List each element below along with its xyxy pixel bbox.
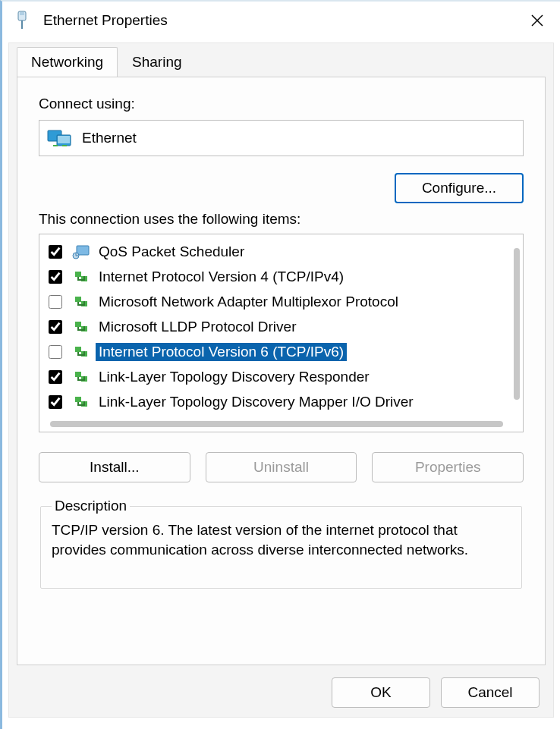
description-text: TCP/IP version 6. The latest version of … [52, 520, 511, 559]
adapter-name: Ethernet [82, 130, 137, 146]
items-row[interactable]: Microsoft LLDP Protocol Driver [47, 314, 506, 339]
item-checkbox[interactable] [49, 245, 62, 259]
network-adapter-icon [47, 129, 71, 147]
protocol-icon [71, 269, 91, 284]
items-row[interactable]: Microsoft Network Adapter Multiplexor Pr… [47, 289, 506, 314]
tab-networking[interactable]: Networking [17, 47, 118, 79]
svg-rect-18 [75, 322, 81, 327]
item-label: Internet Protocol Version 4 (TCP/IPv4) [96, 268, 347, 286]
item-checkbox[interactable] [49, 270, 62, 284]
configure-button[interactable]: Configure... [395, 173, 524, 203]
networking-panel: Connect using: Ethernet Configure... Thi… [17, 77, 546, 665]
items-row[interactable]: Internet Protocol Version 4 (TCP/IPv4) [47, 264, 506, 289]
protocol-icon [71, 344, 91, 360]
description-heading: Description [52, 498, 130, 514]
protocol-icon [71, 319, 91, 335]
items-listbox[interactable]: QoS Packet SchedulerInternet Protocol Ve… [39, 234, 524, 432]
svg-rect-8 [53, 145, 58, 146]
description-group: Description TCP/IP version 6. The latest… [40, 498, 522, 589]
svg-rect-9 [62, 145, 67, 146]
vertical-scrollbar[interactable] [514, 248, 520, 400]
protocol-icon [71, 369, 91, 385]
item-label: Internet Protocol Version 6 (TCP/IPv6) [96, 343, 347, 361]
items-row[interactable]: Link-Layer Topology Discovery Mapper I/O… [47, 389, 506, 414]
svg-rect-14 [75, 272, 81, 277]
item-checkbox[interactable] [49, 320, 62, 334]
close-button[interactable] [522, 5, 552, 36]
item-checkbox[interactable] [49, 345, 62, 359]
item-label: Link-Layer Topology Discovery Mapper I/O… [96, 393, 417, 411]
adapter-box[interactable]: Ethernet [39, 120, 524, 156]
svg-rect-24 [75, 397, 81, 402]
items-row[interactable]: QoS Packet Scheduler [47, 239, 506, 264]
item-checkbox[interactable] [49, 395, 62, 409]
items-row[interactable]: Link-Layer Topology Discovery Responder [47, 364, 506, 389]
tab-strip: Networking Sharing [17, 46, 553, 78]
tab-sharing[interactable]: Sharing [118, 47, 197, 79]
protocol-icon [71, 394, 91, 410]
svg-rect-22 [75, 372, 81, 377]
window-title: Ethernet Properties [43, 12, 168, 29]
svg-rect-16 [75, 297, 81, 302]
item-label: Microsoft Network Adapter Multiplexor Pr… [96, 293, 401, 311]
items-label: This connection uses the following items… [39, 211, 524, 228]
item-checkbox[interactable] [49, 370, 62, 384]
items-row[interactable]: Internet Protocol Version 6 (TCP/IPv6) [47, 339, 506, 364]
item-label: Link-Layer Topology Discovery Responder [96, 368, 373, 386]
item-checkbox[interactable] [49, 295, 62, 309]
item-label: QoS Packet Scheduler [96, 243, 247, 261]
properties-button: Properties [372, 452, 524, 482]
svg-rect-1 [20, 12, 24, 15]
ethernet-icon [11, 10, 33, 31]
horizontal-scrollbar[interactable] [50, 421, 503, 427]
svg-rect-20 [75, 347, 81, 352]
uninstall-button: Uninstall [206, 452, 357, 482]
connect-using-label: Connect using: [39, 96, 524, 112]
cancel-button[interactable]: Cancel [441, 677, 540, 708]
qos-icon [71, 244, 91, 259]
svg-rect-7 [58, 136, 70, 143]
protocol-icon [71, 294, 91, 310]
ok-button[interactable]: OK [332, 677, 430, 708]
install-button[interactable]: Install... [39, 452, 190, 482]
item-label: Microsoft LLDP Protocol Driver [96, 318, 299, 336]
